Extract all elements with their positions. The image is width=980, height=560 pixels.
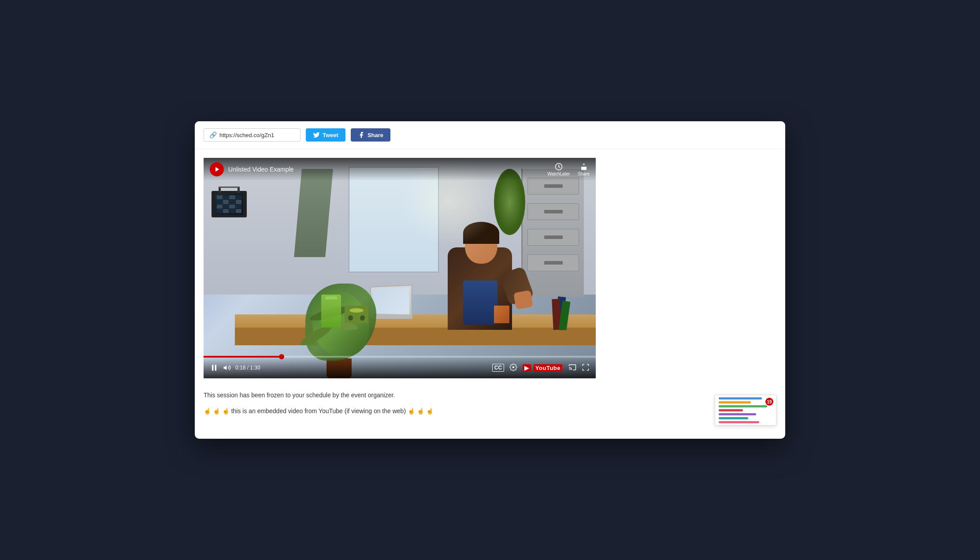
header-right-controls: WatchLater Share bbox=[548, 163, 590, 176]
video-share-label: Share bbox=[578, 172, 590, 176]
watch-later-button[interactable]: WatchLater bbox=[548, 163, 570, 176]
svg-rect-2 bbox=[215, 365, 216, 370]
settings-button[interactable] bbox=[509, 363, 517, 373]
youtube-play-icon bbox=[213, 165, 221, 173]
fullscreen-button[interactable] bbox=[582, 363, 590, 373]
chart-bar bbox=[719, 409, 743, 411]
frozen-message: This session has been frozen to your sch… bbox=[195, 383, 785, 403]
chart-bar bbox=[719, 421, 759, 423]
embedded-text: ☝ ☝ ☝ this is an embedded video from You… bbox=[204, 407, 434, 414]
thumbnail-overlay: 19 bbox=[715, 395, 776, 426]
top-bar: 🔗 https://sched.co/gZn1 Tweet Share bbox=[195, 121, 785, 149]
thumbnail-chart bbox=[719, 397, 772, 423]
video-share-button[interactable]: Share bbox=[578, 163, 590, 176]
facebook-share-button[interactable]: Share bbox=[351, 128, 390, 142]
video-header: Unlisted Video Example WatchLater Share bbox=[204, 158, 596, 181]
browser-window: 🔗 https://sched.co/gZn1 Tweet Share bbox=[195, 121, 785, 439]
pause-button[interactable] bbox=[210, 363, 219, 372]
link-icon: 🔗 bbox=[209, 131, 217, 138]
video-time: 0:18 / 1:30 bbox=[235, 365, 260, 371]
chart-bar bbox=[719, 417, 748, 419]
watch-later-label: WatchLater bbox=[548, 172, 570, 176]
chart-bar bbox=[719, 401, 751, 403]
cc-button[interactable]: CC bbox=[492, 364, 504, 372]
facebook-share-label: Share bbox=[368, 132, 383, 138]
video-controls-right: CC ▶ YouTube bbox=[492, 363, 590, 373]
youtube-logo bbox=[210, 162, 224, 176]
volume-button[interactable] bbox=[223, 364, 231, 372]
video-scene bbox=[204, 158, 596, 378]
url-box[interactable]: 🔗 https://sched.co/gZn1 bbox=[204, 128, 301, 142]
url-text: https://sched.co/gZn1 bbox=[219, 132, 274, 138]
embedded-note: ☝ ☝ ☝ this is an embedded video from You… bbox=[195, 403, 785, 423]
frozen-text: This session has been frozen to your sch… bbox=[204, 392, 395, 399]
tweet-button[interactable]: Tweet bbox=[306, 128, 345, 142]
notification-badge: 19 bbox=[765, 398, 773, 406]
chart-bar bbox=[719, 405, 767, 407]
chart-bar bbox=[719, 413, 756, 415]
video-title: Unlisted Video Example bbox=[228, 166, 293, 173]
cast-button[interactable] bbox=[568, 363, 576, 373]
video-section: Unlisted Video Example WatchLater Share bbox=[195, 149, 785, 383]
svg-marker-3 bbox=[224, 366, 227, 370]
video-player[interactable]: Unlisted Video Example WatchLater Share bbox=[204, 158, 596, 378]
tweet-label: Tweet bbox=[323, 132, 338, 138]
chart-bar bbox=[719, 397, 762, 399]
svg-rect-1 bbox=[212, 365, 213, 370]
video-controls: 0:18 / 1:30 CC ▶ YouTube bbox=[204, 357, 596, 378]
svg-point-4 bbox=[512, 366, 515, 368]
youtube-wordmark: ▶ YouTube bbox=[523, 365, 563, 371]
